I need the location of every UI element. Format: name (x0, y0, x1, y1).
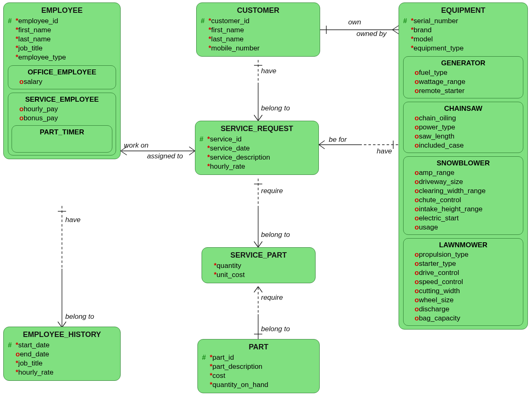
attribute-row: owheel_size (407, 296, 520, 305)
subtype-chainsaw: CHAINSAW ochain_oiling opower_type osaw_… (403, 102, 523, 153)
svg-line-21 (254, 241, 258, 247)
entity-service-request: SERVICE_REQUEST # *service_id *service_d… (195, 121, 319, 175)
entity-title: EQUIPMENT (403, 6, 523, 15)
attribute-row: opropulsion_type (407, 250, 520, 259)
attribute-row: *first_name (8, 26, 116, 35)
attribute-row: oremote_starter (407, 86, 520, 96)
attribute-row: opower_type (407, 123, 520, 132)
rel-label-sp-belong: belong to (261, 325, 290, 333)
rel-label-sr-have: have (377, 147, 392, 155)
attribute-row: # *customer_id (201, 17, 316, 26)
entity-employee: EMPLOYEE # *employee_id *first_name *las… (3, 2, 121, 159)
entity-part: PART # *part_id *part_description *cost … (197, 339, 320, 393)
attribute-row: *hourly_rate (8, 368, 116, 377)
attribute-row: ohourly_pay (12, 105, 112, 114)
svg-line-17 (319, 145, 325, 149)
attribute-row: *hourly_rate (200, 162, 314, 171)
attribute-row: # *employee_id (8, 17, 116, 26)
attribute-row: *quantity (206, 261, 311, 270)
attribute-row: # *start_date (8, 341, 116, 350)
subtype-office-employee: OFFICE_EMPLOYEE osalary (8, 65, 116, 89)
attribute-row: ochute_control (407, 196, 520, 205)
rel-label-assigned-to: assigned to (147, 152, 183, 160)
rel-label-work-on: work on (124, 141, 149, 150)
attribute-row: oelectric_start (407, 214, 520, 223)
attribute-row: *part_description (202, 362, 315, 371)
attribute-row: odriveway_size (407, 177, 520, 186)
svg-line-16 (319, 141, 325, 145)
rel-label-have: have (261, 67, 276, 75)
attribute-row: *mobile_number (201, 44, 316, 53)
rel-label-emp-have: have (65, 216, 81, 224)
attribute-row: *model (403, 35, 523, 44)
attribute-row: ofuel_type (407, 68, 520, 77)
rel-label-be-for: be for (329, 136, 347, 144)
attribute-row: *last_name (201, 35, 316, 44)
attribute-row: ospeed_control (407, 277, 520, 287)
svg-line-10 (189, 147, 195, 151)
attribute-row: odischarge (407, 305, 520, 314)
svg-line-22 (258, 241, 262, 247)
attribute-row: *job_title (8, 359, 116, 368)
subtype-title: LAWNMOWER (407, 241, 520, 249)
entity-title: PART (202, 343, 315, 351)
subtype-title: SERVICE_EMPLOYEE (12, 96, 112, 104)
attribute-row: # *service_id (200, 135, 314, 144)
entity-service-part: SERVICE_PART *quantity *unit_cost (202, 247, 316, 283)
attribute-row: *last_name (8, 35, 116, 44)
attribute-row: oincluded_case (407, 141, 520, 150)
attribute-row: oclearing_width_range (407, 186, 520, 196)
entity-title: SERVICE_PART (206, 251, 311, 260)
svg-line-7 (258, 115, 262, 121)
subtype-title: OFFICE_EMPLOYEE (12, 68, 112, 76)
subtype-title: SNOWBLOWER (407, 159, 520, 167)
svg-line-1 (392, 26, 399, 30)
rel-label-emp-belong: belong to (65, 313, 94, 321)
subtype-generator: GENERATOR ofuel_type owattage_range orem… (403, 56, 523, 98)
rel-label-own: own (348, 18, 361, 26)
subtype-lawnmower: LAWNMOWER opropulsion_type ostarter_type… (403, 238, 523, 326)
attribute-row: ocutting_width (407, 287, 520, 296)
subtype-part-timer: PART_TIMER (12, 125, 112, 153)
subtype-title: CHAINSAW (407, 105, 520, 113)
entity-title: EMPLOYEE (8, 6, 116, 15)
entity-title: SERVICE_REQUEST (200, 124, 314, 133)
entity-customer: CUSTOMER # *customer_id *first_name *las… (196, 2, 320, 57)
attribute-row: oamp_range (407, 168, 520, 177)
entity-title: CUSTOMER (201, 6, 316, 15)
attribute-row: odrive_control (407, 268, 520, 277)
rel-label-belong-to: belong to (261, 104, 290, 112)
attribute-row: ointake_height_range (407, 205, 520, 214)
attribute-row: # *serial_number (403, 17, 523, 26)
svg-line-27 (258, 287, 262, 292)
entity-title: EMPLOYEE_HISTORY (8, 330, 116, 339)
subtype-service-employee: SERVICE_EMPLOYEE ohourly_pay obonus_pay … (8, 93, 116, 155)
attribute-row: *employee_type (8, 53, 116, 62)
attribute-row: # *part_id (202, 353, 315, 362)
attribute-row: ousage (407, 223, 520, 232)
svg-line-11 (189, 151, 195, 155)
attribute-row: *unit_cost (206, 270, 311, 280)
attribute-row: osalary (12, 77, 112, 86)
attribute-row: *service_date (200, 144, 314, 153)
attribute-row: *service_description (200, 153, 314, 162)
subtype-title: PART_TIMER (15, 128, 109, 136)
attribute-row: *job_title (8, 44, 116, 53)
svg-line-13 (121, 151, 127, 155)
attribute-row: *brand (403, 26, 523, 35)
entity-employee-history: EMPLOYEE_HISTORY # *start_date oend_date… (3, 327, 121, 381)
subtype-snowblower: SNOWBLOWER oamp_range odriveway_size ocl… (403, 156, 523, 235)
attribute-row: *equipment_type (403, 44, 523, 53)
svg-line-6 (254, 115, 258, 121)
rel-label-owned-by: owned by (356, 30, 387, 38)
rel-label-sr-require: require (261, 187, 283, 195)
subtype-title: GENERATOR (407, 59, 520, 67)
svg-line-2 (392, 30, 399, 34)
attribute-row: *cost (202, 371, 315, 380)
attribute-row: owattage_range (407, 77, 520, 86)
attribute-row: *quantity_on_hand (202, 380, 315, 389)
attribute-row: ostarter_type (407, 259, 520, 268)
svg-line-26 (254, 287, 258, 292)
attribute-row: *first_name (201, 26, 316, 35)
attribute-row: oend_date (8, 350, 116, 359)
